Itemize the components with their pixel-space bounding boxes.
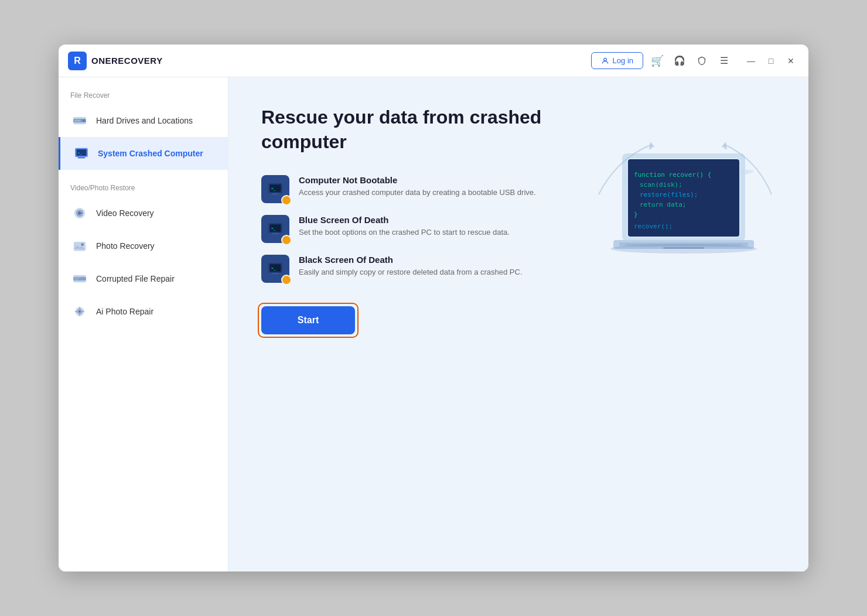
- options-list: >_ Computer Not Bootable Access your cra…: [261, 175, 589, 283]
- file-recover-label: File Recover: [59, 91, 228, 104]
- sidebar-item-photo-recovery[interactable]: Photo Recovery: [59, 230, 228, 262]
- option-desc: Set the boot options on the crashed PC t…: [299, 227, 510, 238]
- svg-text:}: }: [634, 211, 638, 218]
- close-button[interactable]: ✕: [783, 53, 799, 69]
- photo-recovery-icon: [70, 237, 89, 255]
- sidebar-item-corrupted-file[interactable]: Corrupted File Repair: [59, 262, 228, 295]
- svg-text:>_: >_: [271, 226, 276, 231]
- sidebar-item-video-recovery[interactable]: Video Recovery: [59, 197, 228, 230]
- main-window: R ONERECOVERY Log in 🛒 🎧 ☰ — □ ✕: [59, 45, 808, 571]
- svg-point-0: [603, 58, 606, 61]
- svg-rect-32: [272, 233, 279, 234]
- content-area: Rescue your data from crashed computer >…: [228, 77, 808, 571]
- app-logo-text: ONERECOVERY: [91, 56, 163, 66]
- support-icon[interactable]: 🎧: [671, 53, 688, 69]
- menu-icon[interactable]: ☰: [716, 53, 732, 69]
- option-text: Black Screen Of Death Easily and simply …: [299, 255, 523, 278]
- svg-text:scan(disk);: scan(disk);: [640, 181, 682, 189]
- titlebar-actions: Log in 🛒 🎧 ☰ — □ ✕: [591, 52, 799, 69]
- svg-rect-15: [73, 277, 86, 280]
- svg-point-53: [610, 244, 757, 254]
- system-crashed-icon: >_: [72, 144, 91, 163]
- sidebar-item-label: Video Recovery: [96, 208, 154, 218]
- not-bootable-icon: >_: [261, 175, 289, 203]
- sidebar-item-label-active: System Crashed Computer: [98, 149, 203, 158]
- svg-text:return data;: return data;: [640, 201, 686, 208]
- user-icon: [601, 57, 609, 65]
- video-recovery-icon: [70, 204, 89, 223]
- login-label: Log in: [613, 56, 633, 65]
- black-screen-icon: >_: [261, 255, 289, 283]
- sidebar-item-label: Photo Recovery: [96, 241, 155, 251]
- main-layout: File Recover Hard Drives and Locations: [59, 77, 808, 571]
- option-black-screen: >_ Black Screen Of Death Easily and simp…: [261, 255, 589, 283]
- svg-marker-47: [649, 142, 654, 150]
- option-title: Blue Screen Of Death: [299, 215, 510, 225]
- svg-rect-8: [78, 157, 85, 158]
- svg-point-20: [78, 310, 80, 312]
- video-photo-section: Video/Photo Restore Video Recovery: [59, 179, 228, 328]
- maximize-button[interactable]: □: [763, 53, 779, 69]
- svg-text:>_: >_: [78, 151, 82, 155]
- svg-point-13: [81, 243, 84, 246]
- app-logo-icon: R: [68, 52, 87, 70]
- svg-marker-48: [722, 142, 727, 150]
- start-button[interactable]: Start: [261, 306, 355, 334]
- option-desc: Access your crashed computer data by cre…: [299, 187, 536, 198]
- cart-icon[interactable]: 🛒: [649, 53, 665, 69]
- sidebar-item-label: Corrupted File Repair: [96, 274, 175, 283]
- sidebar-item-system-crashed[interactable]: >_ System Crashed Computer: [59, 137, 228, 170]
- svg-text:>_: >_: [271, 186, 276, 191]
- sidebar-item-label: Ai Photo Repair: [96, 307, 153, 316]
- ai-photo-icon: [70, 302, 89, 321]
- start-button-wrapper: Start: [261, 306, 355, 334]
- badge-icon: [281, 275, 292, 285]
- titlebar: R ONERECOVERY Log in 🛒 🎧 ☰ — □ ✕: [59, 45, 808, 77]
- svg-point-4: [83, 119, 85, 122]
- option-text: Blue Screen Of Death Set the boot option…: [299, 215, 510, 238]
- svg-text:>_: >_: [271, 266, 276, 271]
- svg-rect-12: [74, 242, 86, 251]
- sidebar: File Recover Hard Drives and Locations: [59, 77, 228, 571]
- shield-icon[interactable]: [694, 53, 710, 69]
- svg-rect-3: [74, 119, 81, 121]
- option-title: Computer Not Bootable: [299, 175, 536, 185]
- option-blue-screen: >_ Blue Screen Of Death Set the boot opt…: [261, 215, 589, 243]
- badge-icon: [281, 235, 292, 245]
- minimize-button[interactable]: —: [743, 53, 759, 69]
- page-title: Rescue your data from crashed computer: [261, 105, 542, 154]
- login-button[interactable]: Log in: [591, 52, 643, 69]
- sidebar-item-label: Hard Drives and Locations: [96, 116, 193, 125]
- option-desc: Easily and simply copy or restore delete…: [299, 267, 523, 278]
- option-not-bootable: >_ Computer Not Bootable Access your cra…: [261, 175, 589, 203]
- blue-screen-icon: >_: [261, 215, 289, 243]
- window-controls: — □ ✕: [743, 53, 799, 69]
- logo-area: R ONERECOVERY: [68, 52, 591, 70]
- svg-text:function recover() {: function recover() {: [634, 171, 711, 179]
- corrupted-file-icon: [70, 269, 89, 288]
- option-text: Computer Not Bootable Access your crashe…: [299, 175, 536, 198]
- sidebar-item-ai-photo[interactable]: Ai Photo Repair: [59, 295, 228, 328]
- svg-rect-28: [272, 193, 279, 194]
- laptop-illustration: function recover() { scan(disk); restore…: [593, 136, 780, 300]
- sidebar-item-hard-drives[interactable]: Hard Drives and Locations: [59, 104, 228, 137]
- svg-text:recover();: recover();: [634, 223, 673, 230]
- svg-rect-36: [272, 273, 279, 274]
- video-photo-label: Video/Photo Restore: [59, 184, 228, 197]
- option-title: Black Screen Of Death: [299, 255, 523, 265]
- badge-icon: [281, 195, 292, 206]
- hard-drive-icon: [70, 111, 89, 130]
- svg-text:restore(files);: restore(files);: [640, 191, 698, 199]
